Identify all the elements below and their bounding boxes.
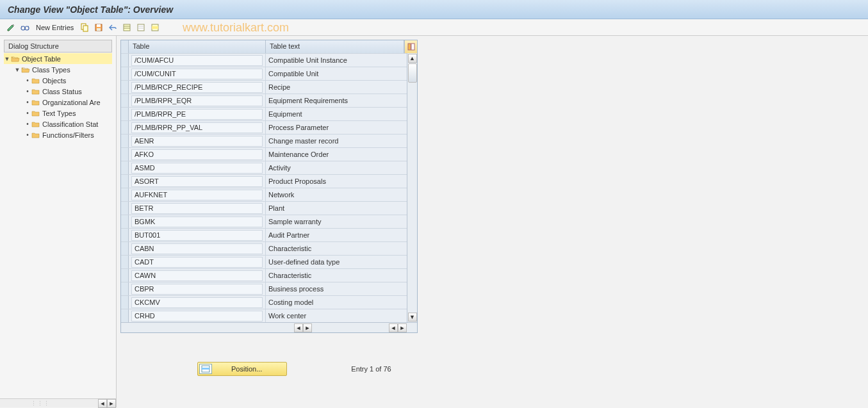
table-row[interactable]: ASMDActivity	[121, 161, 407, 174]
row-selector[interactable]	[121, 161, 129, 174]
tree-item[interactable]: •Organizational Are	[4, 97, 112, 108]
column-header-table[interactable]: Table	[129, 40, 266, 53]
row-selector[interactable]	[121, 148, 129, 161]
cell-table[interactable]: AENR	[129, 135, 266, 147]
row-selector[interactable]	[121, 202, 129, 215]
scroll-up-icon[interactable]: ▲	[408, 54, 417, 63]
cell-table[interactable]: CBPR	[129, 282, 266, 295]
hscroll-left-icon[interactable]: ◄	[294, 323, 303, 332]
row-selector[interactable]	[121, 282, 129, 295]
glasses-icon[interactable]	[19, 22, 31, 33]
table-row[interactable]: CABNCharacteristic	[121, 241, 407, 255]
tree-item[interactable]: •Objects	[4, 75, 112, 86]
row-selector[interactable]	[121, 256, 129, 268]
change-icon[interactable]	[5, 22, 17, 33]
tree-item[interactable]: ▼Class Types	[4, 64, 112, 75]
cell-table[interactable]: ASMD	[129, 161, 266, 174]
table-row[interactable]: BUT001Audit Partner	[121, 228, 407, 241]
cell-text: User-defined data type	[266, 256, 407, 268]
cell-table[interactable]: ASORT	[129, 175, 266, 188]
collapse-icon[interactable]: ▼	[4, 56, 10, 62]
table-row[interactable]: /PLMB/RPR_PEEquipment	[121, 107, 407, 120]
cell-table[interactable]: AUFKNET	[129, 188, 266, 201]
cell-table[interactable]: BETR	[129, 202, 266, 215]
cell-text: Network	[266, 188, 407, 201]
row-selector[interactable]	[121, 54, 129, 67]
scroll-track[interactable]	[408, 63, 417, 312]
cell-table[interactable]: BUT001	[129, 229, 266, 241]
table-row[interactable]: CADTUser-defined data type	[121, 255, 407, 268]
cell-table[interactable]: BGMK	[129, 215, 266, 228]
table-row[interactable]: /CUM/CUNITCompatible Unit	[121, 67, 407, 80]
undo-icon[interactable]	[107, 22, 119, 33]
row-selector[interactable]	[121, 269, 129, 282]
row-selector[interactable]	[121, 188, 129, 201]
table-row[interactable]: CRHDWork center	[121, 309, 407, 322]
scroll-thumb[interactable]	[408, 63, 417, 83]
configure-columns-icon[interactable]	[404, 40, 417, 53]
cell-table[interactable]: /PLMB/RPR_EQR	[129, 94, 266, 107]
cell-table[interactable]: /PLMB/RPR_PP_VAL	[129, 121, 266, 134]
horizontal-scrollbar[interactable]: ◄ ► ◄ ►	[121, 322, 417, 332]
deselect-all-icon[interactable]	[135, 22, 147, 33]
table-row[interactable]: /PLMB/RCP_RECIPERecipe	[121, 80, 407, 94]
cell-table[interactable]: CRHD	[129, 309, 266, 322]
cell-table[interactable]: CKCMV	[129, 296, 266, 309]
scroll-right-icon[interactable]: ►	[107, 399, 116, 408]
cell-table[interactable]: /PLMB/RPR_PE	[129, 108, 266, 120]
cell-table[interactable]: CABN	[129, 242, 266, 255]
select-all-icon[interactable]	[121, 22, 133, 33]
svg-rect-14	[202, 368, 209, 370]
resize-grip-icon[interactable]: ⋮⋮⋮	[31, 400, 50, 407]
table-row[interactable]: BGMKSample warranty	[121, 215, 407, 228]
row-selector[interactable]	[121, 296, 129, 309]
cell-table[interactable]: CAWN	[129, 269, 266, 282]
row-selector[interactable]	[121, 175, 129, 188]
tree-item[interactable]: •Class Status	[4, 86, 112, 97]
copy-icon[interactable]	[79, 22, 90, 33]
tree-item[interactable]: •Functions/Filters	[4, 129, 112, 140]
column-header-text[interactable]: Table text	[266, 40, 404, 53]
table-row[interactable]: CBPRBusiness process	[121, 282, 407, 295]
row-selector[interactable]	[121, 309, 129, 322]
table-row[interactable]: CKCMVCosting model	[121, 295, 407, 309]
table-row[interactable]: AUFKNETNetwork	[121, 188, 407, 201]
table-row[interactable]: ASORTProduct Proposals	[121, 174, 407, 188]
table-row[interactable]: AFKOMaintenance Order	[121, 147, 407, 161]
select-block-icon[interactable]	[149, 22, 161, 33]
table-row[interactable]: /PLMB/RPR_PP_VALProcess Parameter	[121, 120, 407, 134]
cell-table[interactable]: AFKO	[129, 148, 266, 161]
vertical-scrollbar[interactable]: ▲ ▼	[407, 53, 417, 322]
table-row[interactable]: /PLMB/RPR_EQREquipment Requirements	[121, 94, 407, 107]
row-selector[interactable]	[121, 135, 129, 147]
row-selector[interactable]	[121, 121, 129, 134]
hscroll-right2-icon[interactable]: ►	[398, 323, 407, 332]
tree-item[interactable]: ▼Object Table	[4, 53, 112, 64]
cell-table[interactable]: CADT	[129, 256, 266, 268]
collapse-icon[interactable]: ▼	[14, 67, 20, 73]
row-selector[interactable]	[121, 242, 129, 255]
table-row[interactable]: AENRChange master record	[121, 134, 407, 147]
cell-table[interactable]: /PLMB/RCP_RECIPE	[129, 81, 266, 94]
table-row[interactable]: CAWNCharacteristic	[121, 268, 407, 282]
position-button[interactable]: Position...	[197, 362, 287, 376]
select-all-column[interactable]	[121, 40, 129, 53]
cell-table[interactable]: /CUM/AFCU	[129, 54, 266, 67]
hscroll-right-icon[interactable]: ►	[303, 323, 312, 332]
scroll-down-icon[interactable]: ▼	[408, 313, 417, 322]
table-row[interactable]: BETRPlant	[121, 201, 407, 215]
new-entries-button[interactable]: New Entries	[33, 24, 76, 31]
scroll-left-icon[interactable]: ◄	[98, 399, 107, 408]
row-selector[interactable]	[121, 108, 129, 120]
row-selector[interactable]	[121, 81, 129, 94]
row-selector[interactable]	[121, 94, 129, 107]
row-selector[interactable]	[121, 215, 129, 228]
cell-table[interactable]: /CUM/CUNIT	[129, 67, 266, 80]
tree-item[interactable]: •Classification Stat	[4, 118, 112, 129]
save-icon[interactable]	[93, 22, 104, 33]
hscroll-left2-icon[interactable]: ◄	[389, 323, 398, 332]
row-selector[interactable]	[121, 67, 129, 80]
row-selector[interactable]	[121, 229, 129, 241]
table-row[interactable]: /CUM/AFCUCompatible Unit Instance	[121, 53, 407, 67]
tree-item[interactable]: •Text Types	[4, 108, 112, 118]
